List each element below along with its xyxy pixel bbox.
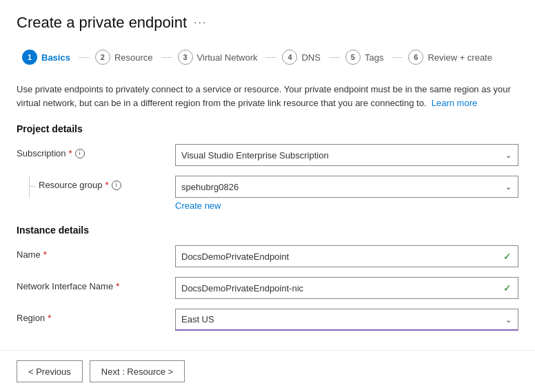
step-resource[interactable]: 2 Resource <box>90 44 161 70</box>
nic-name-row: Network Interface Name * DocsDemoPrivate… <box>17 277 518 299</box>
region-select[interactable]: East US <box>175 309 518 331</box>
name-label: Name * <box>17 245 175 260</box>
name-select-wrapper: DocsDemoPrivateEndpoint ✓ <box>175 245 518 267</box>
instance-details-section: Instance details Name * DocsDemoPrivateE… <box>17 225 518 331</box>
resource-group-required: * <box>105 180 109 190</box>
resource-group-control: spehubrg0826 ⌄ Create new <box>175 176 518 211</box>
step-label-tags: Tags <box>365 52 383 63</box>
step-circle-1: 1 <box>22 50 37 65</box>
nic-name-required: * <box>116 281 119 291</box>
resource-group-select-wrapper: spehubrg0826 ⌄ <box>175 176 518 198</box>
learn-more-link[interactable]: Learn more <box>432 98 477 108</box>
resource-group-label: Resource group * i <box>36 176 194 190</box>
title-ellipsis: ··· <box>194 17 207 29</box>
name-control: DocsDemoPrivateEndpoint ✓ <box>175 245 518 267</box>
step-dns[interactable]: 4 DNS <box>276 44 328 70</box>
subscription-info-icon[interactable]: i <box>75 149 85 158</box>
step-sep-1 <box>79 57 90 58</box>
subscription-select-wrapper: Visual Studio Enterprise Subscription ⌄ <box>175 144 518 166</box>
region-label: Region * <box>17 309 175 323</box>
step-circle-6: 6 <box>408 50 423 65</box>
step-basics[interactable]: 1 Basics <box>17 44 79 70</box>
subscription-control: Visual Studio Enterprise Subscription ⌄ <box>175 144 518 166</box>
step-label-resource: Resource <box>114 52 153 63</box>
region-select-wrapper: East US ⌄ <box>175 309 518 331</box>
nic-name-input[interactable]: DocsDemoPrivateEndpoint-nic <box>175 277 518 299</box>
step-sep-2 <box>161 57 172 58</box>
subscription-label: Subscription * i <box>17 144 175 158</box>
nic-name-label: Network Interface Name * <box>17 277 175 291</box>
step-circle-5: 5 <box>345 50 361 65</box>
next-button[interactable]: Next : Resource > <box>90 360 185 382</box>
step-sep-5 <box>392 57 403 58</box>
project-details-section: Project details Subscription * i Visual … <box>17 123 518 211</box>
name-row: Name * DocsDemoPrivateEndpoint ✓ <box>17 245 518 267</box>
region-control: East US ⌄ <box>175 309 518 331</box>
step-review-create[interactable]: 6 Review + create <box>403 44 501 70</box>
previous-button[interactable]: < Previous <box>17 360 83 382</box>
project-details-heading: Project details <box>17 123 518 134</box>
footer-bar: < Previous Next : Resource > <box>0 350 535 392</box>
resource-group-info-icon[interactable]: i <box>112 180 121 190</box>
name-input[interactable]: DocsDemoPrivateEndpoint <box>175 245 518 267</box>
create-new-link[interactable]: Create new <box>175 200 221 211</box>
step-circle-2: 2 <box>95 50 110 65</box>
instance-details-heading: Instance details <box>17 225 518 236</box>
nic-name-select-wrapper: DocsDemoPrivateEndpoint-nic ✓ <box>175 277 518 299</box>
subscription-required: * <box>69 148 72 158</box>
page-title: Create a private endpoint <box>17 14 187 32</box>
subscription-select[interactable]: Visual Studio Enterprise Subscription <box>175 144 518 166</box>
region-row: Region * East US ⌄ <box>17 309 518 331</box>
step-sep-3 <box>265 57 276 58</box>
step-tags[interactable]: 5 Tags <box>340 44 392 70</box>
step-virtual-network[interactable]: 3 Virtual Network <box>172 44 266 70</box>
step-label-dns: DNS <box>301 52 320 63</box>
resource-group-select[interactable]: spehubrg0826 <box>175 176 518 198</box>
step-circle-4: 4 <box>282 50 297 65</box>
name-required: * <box>43 249 47 260</box>
step-label-virtual-network: Virtual Network <box>197 52 258 63</box>
resource-group-outer: Resource group * i spehubrg0826 ⌄ Create… <box>17 176 518 211</box>
step-circle-3: 3 <box>178 50 193 65</box>
subscription-row: Subscription * i Visual Studio Enterpris… <box>17 144 518 166</box>
wizard-steps: 1 Basics 2 Resource 3 Virtual Network 4 … <box>17 44 518 70</box>
region-required: * <box>48 313 51 323</box>
nic-name-control: DocsDemoPrivateEndpoint-nic ✓ <box>175 277 518 299</box>
info-text-block: Use private endpoints to privately conne… <box>17 83 513 110</box>
step-sep-4 <box>329 57 340 58</box>
step-label-basics: Basics <box>41 52 70 63</box>
step-label-review-create: Review + create <box>427 52 492 63</box>
